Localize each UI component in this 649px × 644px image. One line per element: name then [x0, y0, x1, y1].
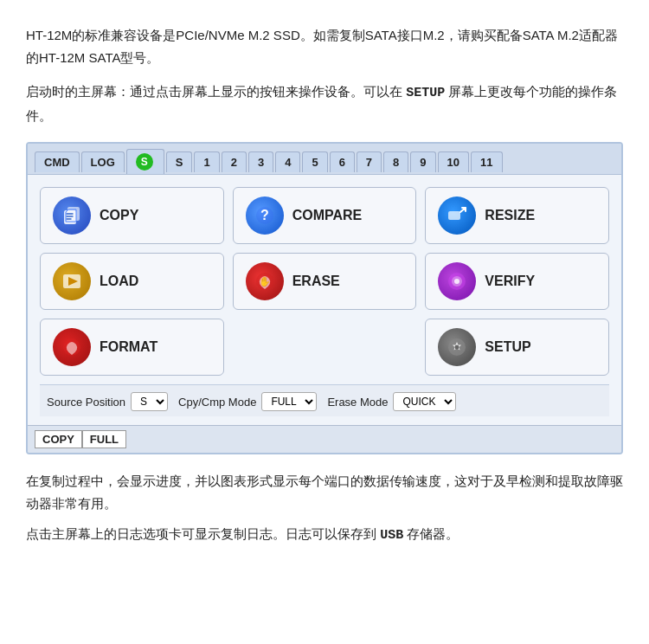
device-screen: CMD LOG S S 1 2 3 4 5 6 7 8 9 10 11: [26, 142, 623, 454]
compare-icon-svg: ?: [254, 204, 276, 227]
copy-icon: [53, 196, 91, 235]
cpy-cmp-select[interactable]: FULL: [261, 392, 317, 411]
outro-text-2b: 存储器。: [407, 526, 459, 541]
tab-1[interactable]: 1: [194, 151, 219, 172]
svg-text:✋: ✋: [259, 275, 271, 287]
copy-button[interactable]: COPY: [40, 187, 224, 244]
erase-icon: ✋: [246, 262, 284, 300]
format-button[interactable]: FORMAT: [40, 319, 224, 376]
tab-10[interactable]: 10: [438, 151, 469, 172]
bottom-tag-copy: COPY: [35, 430, 82, 448]
tab-s2[interactable]: S: [166, 151, 193, 172]
setup-label: SETUP: [485, 339, 530, 355]
erase-label: ERASE: [292, 274, 340, 289]
outro-paragraph-2: 点击主屏幕上的日志选项卡可显示复制日志。日志可以保存到 USB 存储器。: [26, 523, 623, 547]
intro-paragraph-1: HT-12M的标准兼容设备是PCIe/NVMe M.2 SSD。如需复制SATA…: [26, 24, 623, 68]
verify-button[interactable]: VERIFY: [425, 253, 609, 310]
tab-7[interactable]: 7: [357, 151, 382, 172]
format-icon: [53, 328, 91, 366]
verify-icon-svg: [446, 270, 468, 293]
intro-paragraph-2: 启动时的主屏幕：通过点击屏幕上显示的按钮来操作设备。可以在 SETUP 屏幕上更…: [26, 80, 623, 126]
setup-icon: [438, 328, 476, 366]
tab-s-active[interactable]: S: [126, 149, 164, 174]
intro-text-setup: SETUP: [406, 86, 445, 100]
verify-icon: [438, 262, 476, 300]
svg-point-11: [454, 279, 459, 284]
erase-icon-svg: ✋: [254, 270, 276, 293]
bottom-bar: COPY FULL: [28, 425, 621, 453]
erase-select[interactable]: QUICK: [393, 392, 456, 411]
svg-point-14: [455, 345, 459, 350]
status-bar: Source Position S Cpy/Cmp Mode FULL Eras…: [40, 384, 609, 416]
copy-label: COPY: [100, 208, 138, 223]
tab-3[interactable]: 3: [248, 151, 273, 172]
resize-label: RESIZE: [485, 208, 535, 223]
tab-bar: CMD LOG S S 1 2 3 4 5 6 7 8 9 10 11: [28, 144, 621, 175]
load-icon: [53, 262, 91, 300]
tab-9[interactable]: 9: [410, 151, 435, 172]
tab-cmd[interactable]: CMD: [35, 151, 80, 172]
tab-log[interactable]: LOG: [81, 151, 125, 172]
intro-text-1: HT-12M的标准兼容设备是PCIe/NVMe M.2 SSD。如需复制SATA…: [26, 28, 618, 65]
tab-5[interactable]: 5: [302, 151, 327, 172]
erase-label: Erase Mode: [327, 396, 388, 409]
resize-icon: [438, 196, 476, 235]
tab-s-indicator: S: [136, 153, 153, 171]
main-screen: COPY ? COMPARE RESIZE: [28, 175, 621, 425]
empty-slot: [233, 319, 417, 376]
svg-text:?: ?: [260, 208, 269, 222]
source-select[interactable]: S: [131, 392, 168, 411]
tab-8[interactable]: 8: [383, 151, 408, 172]
format-label: FORMAT: [100, 339, 157, 355]
resize-icon-svg: [446, 204, 468, 227]
button-row-2: LOAD ✋ ERASE: [40, 253, 609, 310]
source-label: Source Position: [47, 396, 125, 409]
cpy-cmp-label: Cpy/Cmp Mode: [178, 396, 256, 409]
svg-rect-4: [448, 211, 460, 220]
tab-2[interactable]: 2: [222, 151, 247, 172]
setup-icon-svg: [446, 336, 468, 358]
outro-usb-mono: USB: [380, 528, 403, 543]
outro-text-1: 在复制过程中，会显示进度，并以图表形式显示每个端口的数据传输速度，这对于及早检测…: [26, 473, 623, 511]
load-icon-svg: [61, 270, 83, 293]
resize-button[interactable]: RESIZE: [425, 187, 609, 244]
compare-button[interactable]: ? COMPARE: [233, 187, 417, 244]
bottom-tag-full: FULL: [82, 430, 126, 448]
outro-paragraph-1: 在复制过程中，会显示进度，并以图表形式显示每个端口的数据传输速度，这对于及早检测…: [26, 470, 623, 516]
load-button[interactable]: LOAD: [40, 253, 224, 310]
load-label: LOAD: [100, 274, 138, 289]
compare-icon: ?: [246, 196, 284, 235]
outro-text-2a: 点击主屏幕上的日志选项卡可显示复制日志。日志可以保存到: [26, 526, 376, 541]
button-row-3: FORMAT SETUP: [40, 319, 609, 376]
button-row-1: COPY ? COMPARE RESIZE: [40, 187, 609, 244]
setup-button[interactable]: SETUP: [425, 319, 609, 376]
intro-text-2a: 启动时的主屏幕：通过点击屏幕上显示的按钮来操作设备。可以在: [26, 84, 402, 99]
tab-11[interactable]: 11: [471, 151, 502, 172]
erase-button[interactable]: ✋ ERASE: [233, 253, 417, 310]
copy-icon-svg: [61, 204, 83, 227]
tab-4[interactable]: 4: [275, 151, 300, 172]
compare-label: COMPARE: [292, 208, 363, 223]
format-icon-svg: [61, 336, 83, 358]
tab-6[interactable]: 6: [330, 151, 355, 172]
verify-label: VERIFY: [485, 274, 535, 289]
